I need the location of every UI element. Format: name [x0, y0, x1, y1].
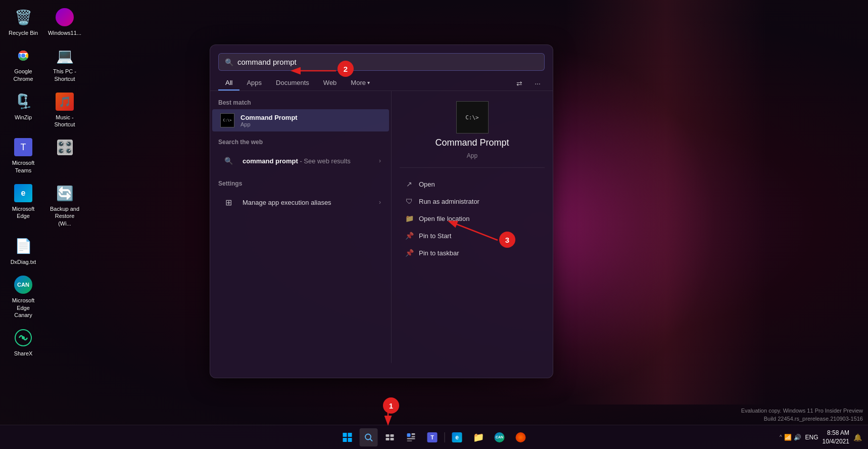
svg-rect-20 — [391, 438, 394, 440]
step2-badge: 2 — [337, 61, 354, 77]
desktop-icon-sharex[interactable]: ShareX — [5, 326, 41, 359]
tab-documents[interactable]: Documents — [269, 76, 316, 91]
action-pin-taskbar[interactable]: 📌 Pin to taskbar — [400, 245, 545, 261]
svg-rect-22 — [412, 433, 415, 435]
pin-taskbar-icon: 📌 — [405, 249, 414, 257]
results-area: Best match Command Prompt App Search the… — [210, 91, 553, 363]
backup-icon: 🔄 — [55, 183, 75, 203]
sharex-icon — [13, 328, 33, 348]
edge-canary-icon: CAN — [13, 275, 33, 295]
music-icon: 🎵 — [55, 92, 75, 112]
icon-row-4: e Microsoft Edge 🔄 Backup and Restore (W… — [5, 181, 83, 229]
taskbar-edge-button[interactable]: e — [448, 428, 466, 446]
task-view-button[interactable] — [381, 428, 399, 446]
taskbar-clock[interactable]: 8:58 AM 10/4/2021 — [823, 429, 849, 446]
settings-label: Settings — [210, 178, 391, 190]
taskbar-time: 8:58 AM — [823, 429, 849, 437]
music-label: Music - Shortcut — [49, 114, 81, 128]
widgets-button[interactable] — [402, 428, 420, 446]
taskbar-search-button[interactable] — [360, 428, 378, 446]
svg-point-2 — [21, 54, 25, 58]
svg-rect-17 — [386, 434, 390, 437]
cmd-icon — [220, 113, 234, 127]
taskbar-firefox-button[interactable] — [512, 428, 530, 446]
web-result-text: command prompt - See web results — [243, 157, 351, 165]
pin-start-icon: 📌 — [405, 232, 414, 240]
desktop-icon-backup[interactable]: 🔄 Backup and Restore (Wi... — [46, 181, 83, 229]
network-icon[interactable]: 📶 — [784, 434, 792, 441]
notification-icon[interactable]: 🔔 — [853, 433, 862, 441]
taskbar: T e 📁 CAN ^ 📶 🔊 ENG — [0, 425, 868, 449]
sys-tray-icons: ^ 📶 🔊 — [780, 434, 801, 441]
results-left: Best match Command Prompt App Search the… — [210, 91, 391, 363]
icon-row-6: CAN Microsoft Edge Canary — [5, 273, 83, 321]
desktop-icon-winzip[interactable]: 🗜️ WinZip — [5, 89, 41, 130]
detail-actions: ↗ Open 🛡 Run as administrator 📁 Open fil… — [400, 176, 545, 261]
desktop-icon-music[interactable]: 🎵 Music - Shortcut — [46, 89, 83, 130]
open-icon: ↗ — [405, 180, 414, 188]
action-open-file-location[interactable]: 📁 Open file location — [400, 210, 545, 227]
detail-header: Command Prompt App — [400, 101, 545, 168]
cmd-title: Command Prompt — [240, 114, 298, 121]
desktop-icon-edge[interactable]: e Microsoft Edge — [5, 181, 41, 229]
svg-rect-23 — [412, 436, 415, 437]
search-box: 🔍 — [218, 53, 545, 71]
desktop-icon-thispc[interactable]: 💻 This PC - Shortcut — [46, 43, 83, 84]
thispc-icon: 💻 — [55, 46, 75, 66]
dxdiag-label: DxDiag.txt — [11, 258, 36, 265]
action-open-label: Open — [419, 181, 435, 188]
desktop-icon-recycle-bin[interactable]: 🗑️ Recycle Bin — [5, 5, 41, 38]
desktop: 🗑️ Recycle Bin Windows11... — [0, 0, 868, 449]
tab-more[interactable]: More ▾ — [344, 76, 377, 91]
tab-apps[interactable]: Apps — [239, 76, 269, 91]
action-file-location-label: Open file location — [419, 215, 469, 222]
action-open[interactable]: ↗ Open — [400, 176, 545, 192]
action-run-as-admin[interactable]: 🛡 Run as administrator — [400, 193, 545, 209]
chat-button[interactable]: T — [423, 428, 442, 446]
win11-watermark: Evaluation copy. Windows 11 Pro Insider … — [741, 407, 863, 423]
winzip-label: WinZip — [15, 114, 32, 121]
results-right: Command Prompt App ↗ Open 🛡 Run as admin… — [391, 91, 553, 363]
taskbar-divider — [445, 432, 445, 442]
icon-row-1: Google Chrome 💻 This PC - Shortcut — [5, 43, 83, 84]
desktop-icon-edge-canary[interactable]: CAN Microsoft Edge Canary — [5, 273, 41, 321]
taskbar-right: ^ 📶 🔊 ENG 8:58 AM 10/4/2021 🔔 — [780, 429, 868, 446]
thispc-label: This PC - Shortcut — [49, 68, 81, 82]
bg-orb2 — [565, 0, 767, 405]
action-pin-start[interactable]: 📌 Pin to Start — [400, 228, 545, 244]
svg-rect-14 — [348, 438, 352, 442]
windows11-label: Windows11... — [48, 29, 81, 36]
tab-web[interactable]: Web — [316, 76, 344, 91]
search-input[interactable] — [237, 58, 538, 66]
desktop-icon-control[interactable]: 🎛️ — [46, 135, 83, 176]
result-cmd[interactable]: Command Prompt App — [212, 109, 389, 131]
start-button[interactable] — [339, 428, 357, 446]
teams-icon: T — [13, 137, 33, 157]
svg-rect-11 — [343, 433, 347, 437]
cmd-text: Command Prompt App — [240, 114, 298, 127]
recycle-bin-label: Recycle Bin — [9, 29, 38, 36]
more-options-btn[interactable]: ··· — [531, 76, 545, 91]
chevron-up-icon[interactable]: ^ — [780, 434, 782, 440]
share-icon-btn[interactable]: ⇄ — [512, 76, 526, 91]
tab-all[interactable]: All — [218, 76, 239, 91]
desktop-icon-dxdiag[interactable]: 📄 DxDiag.txt — [5, 234, 41, 267]
web-search-label: Search the web — [210, 137, 391, 149]
web-result-arrow: › — [379, 157, 381, 164]
edge-icon: e — [13, 183, 33, 203]
desktop-icon-windows11[interactable]: Windows11... — [46, 5, 83, 38]
action-admin-label: Run as administrator — [419, 198, 479, 205]
volume-icon[interactable]: 🔊 — [794, 434, 801, 441]
file-explorer-button[interactable]: 📁 — [469, 428, 488, 446]
svg-rect-25 — [407, 440, 412, 441]
taskbar-edge-canary-button[interactable]: CAN — [491, 428, 509, 446]
windows11-icon — [55, 7, 75, 27]
exec-aliases-text: Manage app execution aliases — [243, 199, 331, 206]
control-icon: 🎛️ — [55, 137, 75, 157]
result-web-cmd[interactable]: 🔍 command prompt - See web results › — [212, 149, 389, 173]
desktop-icon-chrome[interactable]: Google Chrome — [5, 43, 41, 84]
sharex-label: ShareX — [14, 350, 33, 357]
chrome-icon — [13, 46, 33, 66]
result-exec-aliases[interactable]: ⊞ Manage app execution aliases › — [212, 190, 389, 214]
desktop-icon-teams[interactable]: T Microsoft Teams — [5, 135, 41, 176]
